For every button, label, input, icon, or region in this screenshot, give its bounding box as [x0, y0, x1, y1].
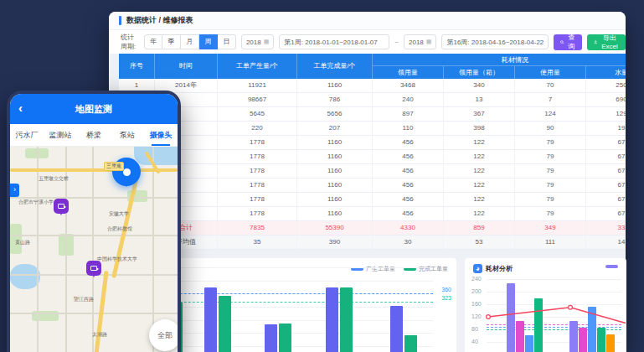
- bar[interactable]: [525, 335, 533, 352]
- reference-line-label: 323: [441, 295, 451, 301]
- bar-产生工单量[interactable]: [204, 287, 217, 352]
- map-water-area: [134, 147, 178, 165]
- phone-tab-污水厂[interactable]: 污水厂: [10, 124, 44, 146]
- bar[interactable]: [507, 283, 515, 352]
- table-row[interactable]: 177811604561227967: [119, 179, 626, 193]
- bar-产生工单量[interactable]: [265, 324, 277, 352]
- table-average-row[interactable]: 平均值35390305311114: [119, 236, 626, 250]
- period-option-季[interactable]: 季: [162, 34, 181, 49]
- query-button-label: 查询: [567, 33, 575, 51]
- period-option-月[interactable]: 月: [181, 34, 199, 49]
- map-label: 合肥市宁溪小学: [18, 199, 54, 206]
- legend-item-clipped[interactable]: [605, 265, 618, 268]
- table-row[interactable]: 177811604561227967: [119, 207, 626, 221]
- table-cell: 390: [297, 236, 373, 249]
- table-cell: 5645: [218, 107, 297, 121]
- table-cell: 129: [586, 107, 626, 121]
- bar[interactable]: [597, 328, 605, 352]
- group-header: 耗材情况领用量领用量（箱）使用量水量: [373, 54, 626, 79]
- period-option-日[interactable]: 日: [218, 34, 236, 49]
- phone-page-title: 地图监测: [75, 103, 112, 116]
- start-year-value: 2018: [246, 39, 261, 46]
- table-cell: 19: [586, 122, 626, 135]
- panel-expander-button[interactable]: ›: [10, 184, 19, 197]
- column-header: 时间: [155, 54, 218, 79]
- table-cell: 1160: [297, 179, 373, 192]
- end-year-picker[interactable]: 2018 ▦: [404, 34, 436, 49]
- screenshot-root: 数据统计 / 维修报表 统计周期: 年季月周日 2018 ▦ 第1周: 2018…: [0, 0, 644, 352]
- end-week-range[interactable]: 第16周: 2018-04-16~2018-04-22: [441, 34, 549, 49]
- table-cell: 1778: [218, 207, 297, 220]
- start-week-range-value: 第1周: 2018-01-01~2018-01-07: [284, 38, 377, 47]
- sub-column-header: 水量: [586, 66, 626, 79]
- table-row[interactable]: 177811604561227967: [119, 136, 626, 150]
- table-cell: 1778: [218, 136, 297, 149]
- table-cell: 67: [586, 179, 626, 192]
- map-label: 安徽大学: [109, 210, 129, 218]
- table-cell: 33: [586, 221, 626, 235]
- period-option-周[interactable]: 周: [199, 34, 218, 49]
- table-row[interactable]: 177811604561227967: [119, 150, 626, 164]
- table-cell: 111: [515, 236, 586, 249]
- bar[interactable]: [579, 328, 587, 352]
- bar[interactable]: [606, 334, 615, 352]
- table-cell: 398: [444, 122, 515, 135]
- table-cell: 786: [297, 93, 373, 106]
- map-lake: [10, 264, 40, 289]
- table-row[interactable]: 98667786240137690: [119, 93, 626, 107]
- table-cell: 67: [586, 150, 626, 163]
- camera-marker[interactable]: [54, 199, 69, 214]
- table-row[interactable]: 177811604561227967: [119, 193, 626, 207]
- start-year-picker[interactable]: 2018 ▦: [241, 34, 274, 49]
- map-view[interactable]: › 全部 三里庵五里墩立交桥合肥市宁溪小学安徽大学合肥科教馆黄山路中国科学技术大…: [10, 147, 178, 352]
- table-cell: 367: [444, 107, 515, 121]
- table-row[interactable]: 2202071103989019: [119, 122, 626, 136]
- period-option-年[interactable]: 年: [144, 34, 162, 49]
- legend-item[interactable]: 产生工单量: [351, 265, 395, 273]
- y-axis-tick: 80: [471, 326, 478, 332]
- table-cell: 1778: [218, 164, 297, 178]
- bar-完成工单量[interactable]: [404, 335, 417, 352]
- table-total-row[interactable]: 合计783555390433085934933: [119, 221, 626, 236]
- y-axis-tick: 240: [471, 276, 482, 282]
- export-excel-button[interactable]: 导出Excel: [587, 34, 626, 50]
- bar-完成工单量[interactable]: [340, 287, 353, 352]
- group-header-title: 耗材情况: [373, 54, 626, 66]
- table-cell: 122: [444, 150, 515, 163]
- map-label: 黄山路: [15, 239, 30, 246]
- table-cell: 5656: [297, 107, 373, 121]
- bar[interactable]: [569, 321, 578, 352]
- phone-tab-泵站[interactable]: 泵站: [111, 124, 144, 146]
- back-chevron-icon[interactable]: ‹: [18, 101, 23, 115]
- table-cell: 124: [515, 107, 586, 121]
- table-cell: 70: [515, 79, 586, 92]
- bar[interactable]: [534, 298, 543, 352]
- bar-完成工单量[interactable]: [219, 296, 231, 352]
- table-cell: 11921: [218, 79, 297, 92]
- query-button[interactable]: 查询: [554, 34, 582, 50]
- bar-产生工单量[interactable]: [326, 287, 338, 352]
- table-cell: 122: [444, 193, 515, 206]
- bar[interactable]: [516, 321, 524, 352]
- phone-tab-监测站[interactable]: 监测站: [44, 124, 77, 146]
- legend-item[interactable]: 完成工单量: [404, 265, 448, 273]
- table-cell: 1160: [297, 79, 373, 92]
- all-filter-button[interactable]: 全部: [149, 319, 178, 351]
- start-week-range[interactable]: 第1周: 2018-01-01~2018-01-07: [279, 34, 389, 49]
- export-button-label: 导出Excel: [600, 34, 619, 50]
- consumable-chart-title: 耗材分析: [486, 264, 513, 273]
- table-cell: 67: [586, 193, 626, 206]
- consumable-chart-card: ◕ 耗材分析 2402001601208040: [465, 258, 626, 352]
- phone-tab-桥梁[interactable]: 桥梁: [77, 124, 111, 146]
- phone-tab-摄像头[interactable]: 摄像头: [144, 124, 178, 146]
- column-header: 工单产生量/个: [218, 54, 297, 79]
- table-row[interactable]: 12014年119211160346834070250: [119, 79, 626, 93]
- table-row[interactable]: 56455656897367124129: [119, 107, 626, 122]
- bar-产生工单量[interactable]: [390, 306, 403, 352]
- filter-bar: 统计周期: 年季月周日 2018 ▦ 第1周: 2018-01-01~2018-…: [109, 30, 626, 54]
- bar[interactable]: [588, 307, 596, 352]
- map-road: [152, 147, 154, 352]
- breadcrumb: 数据统计 / 维修报表: [126, 15, 193, 26]
- bar-完成工单量[interactable]: [279, 324, 291, 352]
- table-row[interactable]: 177811604561227967: [119, 164, 626, 179]
